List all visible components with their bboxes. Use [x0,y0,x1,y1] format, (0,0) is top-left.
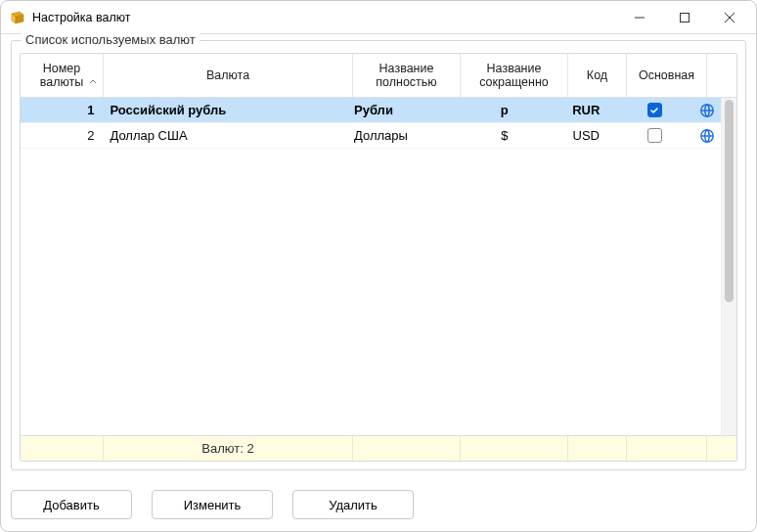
button-row: Добавить Изменить Удалить [1,480,756,531]
footer-cell-count: Валют: 2 [104,436,353,461]
grid-footer: Валют: 2 [21,435,736,461]
column-header-main[interactable]: Основная [627,54,707,97]
window-title: Настройка валют [32,11,131,24]
cell-full: Рубли [346,98,452,122]
cell-number: 1 [21,98,102,122]
column-header-short-label: Название сокращенно [479,62,549,89]
app-icon [9,9,26,26]
column-header-code[interactable]: Код [568,54,627,97]
footer-count-label: Валют: 2 [201,441,253,456]
edit-button[interactable]: Изменить [152,490,273,519]
column-header-code-label: Код [587,68,607,82]
scrollbar-thumb[interactable] [725,100,734,302]
table-row[interactable]: 2Доллар СШАДоллары$USD [21,123,721,149]
group-label: Список используемых валют [22,32,200,47]
add-button-label: Добавить [43,498,99,512]
svg-rect-4 [681,13,690,22]
column-header-action [707,54,735,97]
edit-button-label: Изменить [184,498,242,512]
primary-checkbox[interactable] [647,103,662,117]
footer-cell-short [461,436,568,461]
sort-asc-icon [89,62,97,89]
footer-cell-main [627,436,707,461]
cell-main [615,98,694,122]
maximize-button[interactable] [662,2,707,33]
delete-button-label: Удалить [329,498,378,512]
footer-cell-number [21,436,104,461]
column-header-currency[interactable]: Валюта [104,54,353,97]
cell-code: USD [557,123,615,148]
grid-body: 1Российский рубльРублирRUR2Доллар СШАДол… [21,98,736,435]
primary-checkbox[interactable] [647,128,662,143]
titlebar: Настройка валют [1,1,756,34]
currency-grid: Номер валюты Валюта Название полностью Н… [20,53,737,462]
cell-currency: Доллар США [102,123,346,148]
globe-icon[interactable] [699,127,715,145]
cell-short: $ [452,123,557,148]
column-header-main-label: Основная [639,68,694,82]
add-button[interactable]: Добавить [11,490,132,519]
cell-main [615,123,694,148]
cell-number: 2 [21,123,102,148]
minimize-button[interactable] [617,2,662,33]
column-header-full[interactable]: Название полностью [353,54,461,97]
column-header-number-label: Номер валюты [40,62,84,89]
cell-currency: Российский рубль [102,98,346,122]
currency-list-group: Список используемых валют Номер валюты В… [11,40,746,470]
cell-action [693,98,721,122]
cell-code: RUR [557,98,615,122]
window: Настройка валют Список используемых валю… [0,0,757,532]
footer-cell-code [568,436,627,461]
column-header-currency-label: Валюта [206,68,249,82]
close-button[interactable] [707,2,752,33]
footer-cell-action [707,436,735,461]
cell-action [693,123,721,148]
globe-icon[interactable] [699,102,715,119]
cell-short: р [452,98,557,122]
delete-button[interactable]: Удалить [292,490,414,519]
vertical-scrollbar[interactable] [721,98,736,435]
column-header-number[interactable]: Номер валюты [21,54,104,97]
column-header-short[interactable]: Название сокращенно [461,54,568,97]
grid-header: Номер валюты Валюта Название полностью Н… [21,54,736,98]
column-header-full-label: Название полностью [376,62,436,89]
table-row[interactable]: 1Российский рубльРублирRUR [21,98,721,123]
cell-full: Доллары [346,123,452,148]
footer-cell-full [353,436,461,461]
